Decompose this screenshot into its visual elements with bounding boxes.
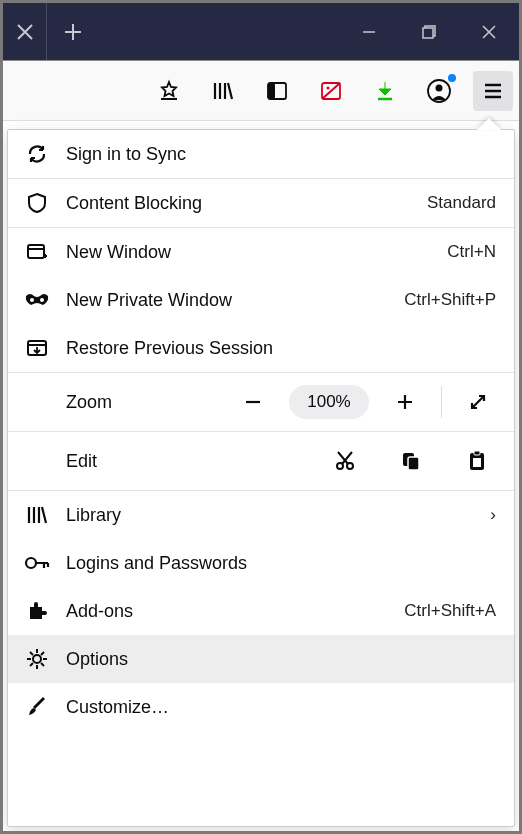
clipboard-icon — [466, 450, 488, 472]
menu-private-window-shortcut: Ctrl+Shift+P — [404, 290, 496, 310]
zoom-label: Zoom — [66, 392, 186, 413]
window-plus-icon — [22, 240, 52, 264]
maximize-icon — [421, 24, 437, 40]
menu-new-window-label: New Window — [66, 242, 447, 263]
download-arrow-icon — [373, 79, 397, 103]
plus-icon — [63, 22, 83, 42]
svg-rect-17 — [474, 451, 480, 455]
account-icon — [426, 78, 452, 104]
menu-customize-label: Customize… — [66, 697, 496, 718]
menu-content-blocking[interactable]: Content Blocking Standard — [8, 179, 514, 227]
window-controls — [339, 3, 519, 60]
svg-rect-1 — [423, 28, 433, 38]
sync-icon — [22, 142, 52, 166]
menu-addons-shortcut: Ctrl+Shift+A — [404, 601, 496, 621]
menu-sync[interactable]: Sign in to Sync — [8, 130, 514, 178]
gear-icon — [22, 647, 52, 671]
svg-point-20 — [33, 655, 41, 663]
notification-dot-icon — [448, 74, 456, 82]
account-button[interactable] — [419, 71, 459, 111]
bookmark-star-button[interactable] — [149, 71, 189, 111]
library-button[interactable] — [203, 71, 243, 111]
menu-library[interactable]: Library › — [8, 491, 514, 539]
maximize-button[interactable] — [399, 3, 459, 60]
svg-point-5 — [327, 86, 330, 89]
blocked-icon-button[interactable] — [311, 71, 351, 111]
svg-rect-3 — [268, 83, 275, 99]
menu-sync-label: Sign in to Sync — [66, 144, 496, 165]
restore-icon — [22, 336, 52, 360]
sidebar-icon — [265, 79, 289, 103]
menu-arrow — [477, 118, 501, 130]
menu-addons[interactable]: Add-ons Ctrl+Shift+A — [8, 587, 514, 635]
svg-rect-18 — [473, 458, 481, 467]
menu-private-window-label: New Private Window — [66, 290, 404, 311]
scissors-icon — [334, 450, 356, 472]
toolbar — [3, 61, 519, 121]
menu-logins-label: Logins and Passwords — [66, 553, 496, 574]
close-icon — [480, 23, 498, 41]
close-tab-button[interactable] — [3, 3, 47, 60]
svg-point-10 — [40, 298, 44, 302]
titlebar-left — [3, 3, 99, 60]
new-tab-button[interactable] — [47, 3, 99, 60]
menu-new-window-shortcut: Ctrl+N — [447, 242, 496, 262]
minimize-button[interactable] — [339, 3, 399, 60]
separator — [441, 386, 442, 418]
menu-logins[interactable]: Logins and Passwords — [8, 539, 514, 587]
mask-icon — [22, 292, 52, 308]
fullscreen-icon — [468, 392, 488, 412]
hamburger-menu-button[interactable] — [473, 71, 513, 111]
brush-icon — [22, 695, 52, 719]
edit-label: Edit — [66, 451, 186, 472]
menu-customize[interactable]: Customize… — [8, 683, 514, 731]
menu-content-blocking-value: Standard — [427, 193, 496, 213]
edit-controls — [186, 446, 500, 476]
browser-window: Sign in to Sync Content Blocking Standar… — [0, 0, 522, 834]
key-icon — [22, 554, 52, 572]
svg-point-9 — [30, 298, 34, 302]
svg-point-7 — [436, 84, 443, 91]
minus-icon — [243, 392, 263, 412]
close-icon — [16, 23, 34, 41]
zoom-in-button[interactable] — [383, 383, 427, 421]
fullscreen-button[interactable] — [456, 383, 500, 421]
zoom-out-button[interactable] — [231, 383, 275, 421]
menu-edit-row: Edit — [8, 432, 514, 490]
download-button[interactable] — [365, 71, 405, 111]
library-icon — [22, 503, 52, 527]
menu-new-window[interactable]: New Window Ctrl+N — [8, 228, 514, 276]
menu-private-window[interactable]: New Private Window Ctrl+Shift+P — [8, 276, 514, 324]
svg-rect-15 — [408, 457, 419, 470]
chevron-right-icon: › — [490, 505, 496, 525]
menu-restore-session[interactable]: Restore Previous Session — [8, 324, 514, 372]
menu-restore-label: Restore Previous Session — [66, 338, 496, 359]
copy-button[interactable] — [396, 446, 426, 476]
menu-zoom-row: Zoom 100% — [8, 373, 514, 431]
hamburger-icon — [482, 80, 504, 102]
menu-options-label: Options — [66, 649, 496, 670]
svg-point-19 — [26, 558, 36, 568]
copy-icon — [400, 450, 422, 472]
titlebar — [3, 3, 519, 61]
minimize-icon — [361, 24, 377, 40]
close-window-button[interactable] — [459, 3, 519, 60]
menu-library-label: Library — [66, 505, 490, 526]
menu-addons-label: Add-ons — [66, 601, 404, 622]
star-tray-icon — [157, 79, 181, 103]
cut-button[interactable] — [330, 446, 360, 476]
library-icon — [211, 79, 235, 103]
svg-rect-8 — [28, 245, 44, 258]
plus-icon — [395, 392, 415, 412]
image-blocked-icon — [319, 79, 343, 103]
zoom-value[interactable]: 100% — [289, 385, 369, 419]
paste-button[interactable] — [462, 446, 492, 476]
puzzle-icon — [22, 599, 52, 623]
zoom-controls: 100% — [186, 383, 500, 421]
app-menu: Sign in to Sync Content Blocking Standar… — [7, 129, 515, 827]
shield-icon — [22, 191, 52, 215]
menu-options[interactable]: Options — [8, 635, 514, 683]
sidebar-button[interactable] — [257, 71, 297, 111]
menu-content-blocking-label: Content Blocking — [66, 193, 427, 214]
